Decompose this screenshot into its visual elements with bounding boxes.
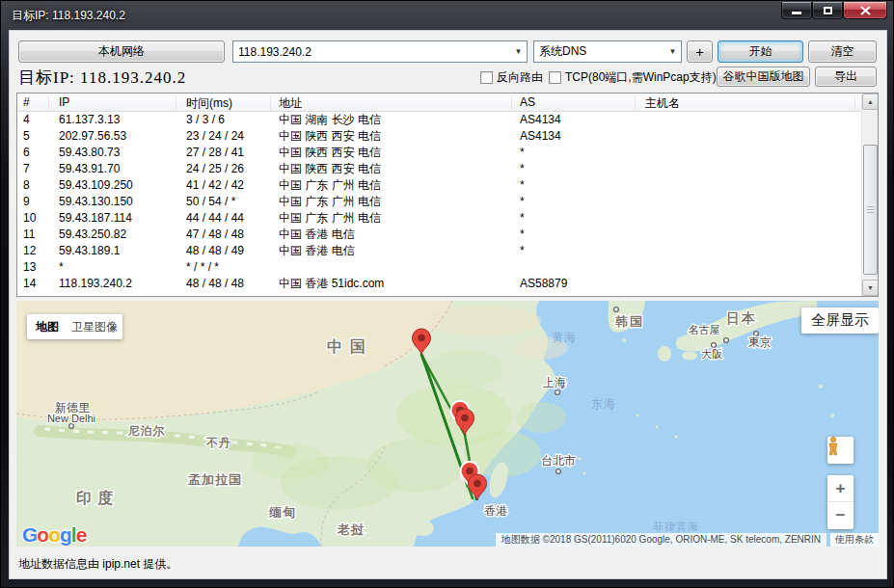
scroll-up-icon[interactable]: ▲ [862, 94, 879, 110]
table-cell: 44 / 44 / 44 [186, 210, 244, 227]
table-cell: 118.193.240.2 [59, 276, 132, 292]
zoom-in-button[interactable]: + [827, 475, 853, 502]
table-cell: 27 / 28 / 41 [186, 145, 244, 161]
google-china-map-button[interactable]: 谷歌中国版地图 [717, 67, 810, 87]
map-label: 黄海 [552, 331, 577, 344]
hops-table: #IP时间(ms)地址AS主机名 461.137.3.133 / 3 / 6中国… [16, 93, 879, 297]
column-header[interactable]: IP [59, 95, 69, 109]
table-cell: 中国 湖南 长沙 电信 [279, 112, 381, 128]
column-header[interactable]: 时间(ms) [186, 95, 232, 112]
table-cell: 11 [23, 227, 35, 243]
table-cell: 7 [23, 161, 30, 177]
map-canvas[interactable]: 中国印度韩国日本尼泊尔不丹孟加拉国缅甸老挝新德里New Delhi上海台北市香港… [16, 301, 879, 547]
close-button[interactable] [843, 2, 887, 19]
export-button[interactable]: 导出 [815, 67, 877, 87]
maximize-button[interactable] [812, 2, 843, 19]
add-target-button[interactable]: + [687, 40, 713, 63]
table-cell: 59.43.189.1 [59, 243, 120, 259]
column-separator [48, 95, 49, 110]
map-label: 孟加拉国 [187, 472, 242, 487]
google-logo[interactable]: Google [22, 523, 86, 547]
target-ip-value[interactable]: 118.193.240.2 [233, 45, 510, 59]
table-cell: 中国 香港 电信 [279, 227, 355, 243]
map-label: 台北市 [541, 454, 576, 468]
vertical-scrollbar[interactable]: ▲ ▼ [861, 94, 878, 296]
table-cell: 14 [23, 276, 36, 292]
zoom-out-button[interactable]: − [827, 502, 853, 529]
map-type-control[interactable]: 地图 卫星图像 [27, 314, 122, 339]
table-row[interactable]: 1259.43.189.148 / 48 / 49中国 香港 电信* [17, 243, 861, 259]
table-cell: * [520, 161, 525, 177]
map-label: 不丹 [205, 436, 231, 449]
column-header[interactable]: 主机名 [645, 95, 680, 112]
table-cell: 59.43.91.70 [59, 161, 120, 177]
checkbox-icon[interactable] [549, 71, 561, 84]
table-row[interactable]: 1159.43.250.8247 / 48 / 48中国 香港 电信* [17, 227, 861, 243]
scrollbar-thumb[interactable] [863, 145, 878, 275]
fullscreen-button[interactable]: 全屏显示 [801, 307, 879, 334]
map-label: 韩国 [614, 314, 644, 329]
table-row[interactable]: 959.43.130.15050 / 54 / *中国 广东 广州 电信* [17, 194, 861, 210]
table-row[interactable]: 13** / * / * [17, 259, 861, 276]
city-dot [555, 390, 560, 395]
dns-combobox[interactable]: 系统DNS ▼ [533, 40, 682, 63]
terms-link[interactable]: 使用条款 [830, 533, 879, 547]
column-header[interactable]: 地址 [279, 95, 302, 112]
table-row[interactable]: 759.43.91.7024 / 25 / 26中国 陕西 西安 电信* [17, 161, 861, 177]
start-button[interactable]: 开始 [718, 40, 803, 63]
table-cell: * [520, 210, 525, 227]
google-logo-letter: o [37, 523, 48, 546]
table-cell: * [520, 227, 525, 243]
table-cell: AS4134 [520, 112, 561, 128]
city-dot [69, 424, 74, 429]
zoom-control[interactable]: + − [827, 475, 853, 529]
clear-button[interactable]: 清空 [808, 40, 877, 63]
table-cell: 中国 广东 广州 电信 [279, 177, 381, 194]
titlebar[interactable]: 目标IP: 118.193.240.2 [1, 1, 893, 30]
table-cell: 48 / 48 / 49 [186, 243, 244, 259]
minimize-button[interactable] [781, 2, 812, 19]
table-cell: * [520, 145, 525, 161]
city-dot [556, 469, 561, 474]
table-cell: 中国 陕西 西安 电信 [279, 145, 381, 161]
city-dot [614, 307, 619, 312]
table-row[interactable]: 14118.193.240.248 / 48 / 48中国 香港 51idc.c… [17, 276, 861, 292]
table-cell: 59.43.130.150 [59, 194, 133, 210]
table-header[interactable]: #IP时间(ms)地址AS主机名 [17, 94, 861, 112]
chevron-down-icon[interactable]: ▼ [510, 47, 527, 56]
close-icon [860, 6, 871, 15]
tcp-checkbox[interactable]: TCP(80端口,需WinPcap支持) [549, 69, 717, 86]
pegman-button[interactable] [827, 437, 853, 464]
checkbox-icon[interactable] [480, 71, 493, 84]
scroll-down-icon[interactable]: ▼ [862, 280, 879, 296]
pegman-icon [827, 437, 839, 456]
table-row[interactable]: 859.43.109.25041 / 42 / 42中国 广东 广州 电信* [17, 177, 861, 194]
dns-value[interactable]: 系统DNS [534, 43, 664, 60]
table-row[interactable]: 659.43.80.7327 / 28 / 41中国 陕西 西安 电信* [17, 145, 861, 161]
city-dot [712, 343, 717, 348]
table-cell: AS4134 [520, 128, 561, 145]
minimize-icon [792, 12, 801, 14]
map-type-satellite[interactable]: 卫星图像 [71, 319, 118, 335]
local-network-button[interactable]: 本机网络 [18, 40, 225, 63]
chevron-down-icon[interactable]: ▼ [664, 47, 681, 56]
table-cell: 中国 香港 51idc.com [279, 276, 384, 292]
table-row[interactable]: 1059.43.187.11444 / 44 / 44中国 广东 广州 电信* [17, 210, 861, 227]
table-row[interactable]: 461.137.3.133 / 3 / 6中国 湖南 长沙 电信AS4134 [17, 112, 861, 128]
table-cell: 10 [23, 210, 36, 227]
reverse-route-checkbox[interactable]: 反向路由 [480, 69, 543, 86]
map-label: 日本 [726, 310, 757, 326]
map-attribution: 地图数据 ©2018 GS(2011)6020 Google, ORION-ME… [496, 533, 826, 547]
table-cell: 48 / 48 / 48 [186, 276, 244, 292]
table-row[interactable]: 5202.97.56.5323 / 24 / 24中国 陕西 西安 电信AS41… [17, 128, 861, 145]
map-type-map[interactable]: 地图 [36, 319, 59, 335]
table-cell: 61.137.3.13 [59, 112, 120, 128]
column-header[interactable]: AS [520, 95, 535, 109]
table-cell: 41 / 42 / 42 [186, 177, 244, 194]
table-cell: 4 [23, 112, 30, 128]
target-ip-combobox[interactable]: 118.193.240.2 ▼ [232, 40, 528, 63]
table-cell: 中国 陕西 西安 电信 [279, 128, 381, 145]
map-label: 中国 [327, 338, 373, 355]
column-header[interactable]: # [23, 95, 30, 109]
window-title: 目标IP: 118.193.240.2 [12, 8, 125, 24]
